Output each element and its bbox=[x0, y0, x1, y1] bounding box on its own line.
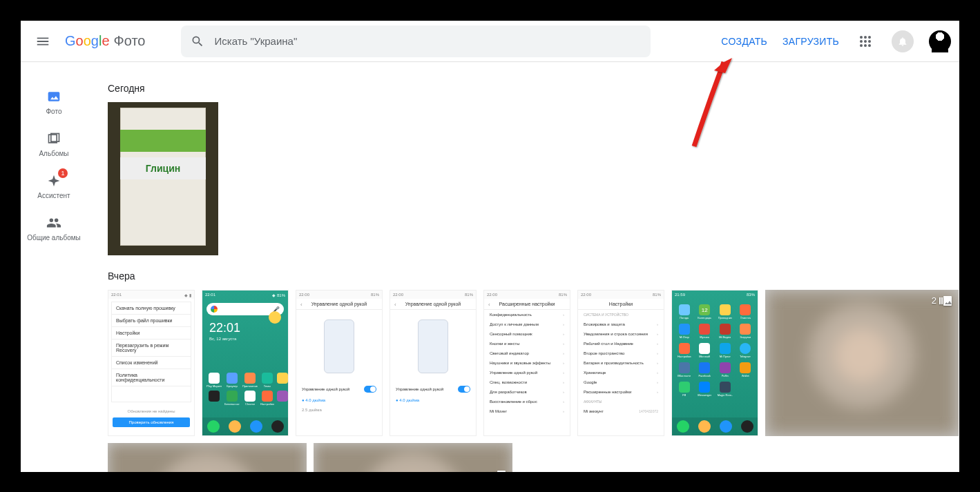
radio-option: ● 4.0 дюйма bbox=[296, 395, 382, 405]
create-button[interactable]: СОЗДАТЬ bbox=[721, 36, 767, 47]
status-time: 21:59 bbox=[675, 293, 685, 297]
screen-title: Управление одной рукой bbox=[405, 302, 461, 306]
logo[interactable]: Google Фото bbox=[65, 33, 145, 49]
app-label: Безопасность bbox=[224, 402, 240, 406]
status-time: 22:00 bbox=[487, 293, 497, 297]
list-item: Список изменений bbox=[112, 357, 191, 369]
toggle-switch-icon bbox=[364, 386, 376, 393]
toggle-label: Управление одной рукой bbox=[302, 387, 349, 391]
sidebar-item-label: Общие альбомы bbox=[27, 234, 81, 242]
list-item: Восстановление и сброс bbox=[490, 400, 537, 404]
svg-point-5 bbox=[868, 40, 871, 43]
svg-point-3 bbox=[860, 40, 863, 43]
search-icon bbox=[191, 35, 204, 48]
app-label: ВКонтакте bbox=[678, 374, 691, 377]
notifications-button[interactable] bbox=[892, 30, 914, 52]
app-label: Музыка bbox=[700, 335, 709, 339]
app-label: Facebook bbox=[698, 374, 711, 377]
search-input[interactable] bbox=[214, 35, 641, 47]
radio-option: ● 4.0 дюйма bbox=[390, 395, 476, 405]
list-item: Политика конфиденциальности bbox=[112, 369, 191, 386]
google-apps-button[interactable] bbox=[854, 30, 876, 52]
check-updates-btn: Проверить обновления bbox=[113, 417, 190, 427]
camera-icon bbox=[271, 420, 284, 433]
photo-thumb[interactable]: Глицин bbox=[108, 102, 218, 255]
app-label: Messenger bbox=[698, 393, 711, 397]
group-header: АККАУНТЫ bbox=[578, 397, 664, 406]
green-stripe bbox=[120, 130, 206, 152]
screen-title: Расширенные настройки bbox=[499, 302, 555, 306]
hamburger-icon bbox=[35, 34, 50, 49]
app-label: Magic Rem... bbox=[718, 393, 733, 397]
photo-thumb-burst[interactable]: 2 bbox=[314, 443, 512, 472]
photo-thumb[interactable]: 22:0081% Настройки СИСТЕМА И УСТРОЙСТВО … bbox=[577, 290, 664, 436]
photos-icon bbox=[46, 88, 62, 105]
blurred-person bbox=[765, 290, 959, 436]
list-item: Для разработчиков bbox=[490, 390, 527, 394]
assistant-icon bbox=[46, 173, 62, 189]
sidebar-item-albums[interactable]: Альбомы bbox=[26, 130, 81, 157]
google-g-icon bbox=[211, 306, 218, 313]
header: Google Фото СОЗДАТЬ ЗАГРУЗИТЬ bbox=[21, 21, 959, 62]
sidebar-item-assistant[interactable]: Ассистент bbox=[26, 173, 81, 199]
burst-count-badge: 2 bbox=[932, 295, 952, 306]
svg-rect-13 bbox=[941, 297, 943, 304]
bell-icon bbox=[897, 36, 908, 47]
photo-thumb-burst[interactable]: 2 bbox=[765, 290, 959, 436]
upload-button[interactable]: ЗАГРУЗИТЬ bbox=[782, 36, 839, 47]
list-item: Настройки bbox=[112, 327, 191, 340]
list-item: Mi Mover bbox=[490, 409, 507, 413]
app-label: Chrome bbox=[245, 402, 255, 406]
list-item: Наушники и звуковые эффекты bbox=[490, 361, 550, 365]
photo-thumb[interactable]: 22:01◆ 81% 🎤 22:01 Вс, 12 августа Play М… bbox=[202, 290, 289, 436]
phone-icon bbox=[207, 420, 220, 433]
photo-thumb[interactable]: 22:01◆ ▮ Скачать полную прошивку Выбрать… bbox=[108, 290, 195, 436]
app-label: Wallet bbox=[742, 374, 749, 377]
app-label: Загрузки bbox=[740, 335, 751, 339]
search-bar[interactable] bbox=[181, 26, 651, 57]
toggle-label: Управление одной рукой bbox=[396, 387, 443, 391]
list-item: Батарея и производительность bbox=[584, 361, 644, 365]
photo-thumb[interactable]: 22:0081% ‹Расширенные настройки Конфиден… bbox=[483, 290, 570, 436]
section-yesterday: Вчера 22:01◆ ▮ Скачать полную прошивку В… bbox=[87, 270, 959, 472]
photo-thumb[interactable] bbox=[108, 443, 307, 472]
list-item: Уведомления и строка состояния bbox=[584, 332, 648, 336]
phone-icon bbox=[677, 420, 689, 433]
photo-thumb[interactable]: 22:0081% ‹Управление одной рукой Управле… bbox=[390, 290, 477, 436]
svg-rect-16 bbox=[495, 472, 497, 473]
sidebar-item-photos[interactable]: Фото bbox=[26, 88, 81, 115]
account-avatar[interactable] bbox=[929, 30, 951, 52]
list-item: Хранилище bbox=[584, 371, 606, 375]
app-label: Темы bbox=[264, 384, 271, 388]
list-item: Скачать полную прошивку bbox=[112, 302, 191, 315]
app-label: Очистка bbox=[740, 316, 751, 319]
section-title: Сегодня bbox=[108, 83, 959, 94]
photo-thumb[interactable]: 22:0081% ‹Управление одной рукой Управле… bbox=[296, 290, 383, 436]
sidebar-item-shared[interactable]: Общие альбомы bbox=[26, 215, 81, 242]
sms-icon bbox=[698, 420, 711, 433]
app-name: Фото bbox=[114, 33, 146, 49]
app-label: Приложения bbox=[242, 384, 258, 388]
phone-illustration bbox=[324, 319, 354, 373]
svg-point-0 bbox=[860, 36, 863, 39]
sidebar-item-label: Ассистент bbox=[37, 192, 70, 199]
clock: 22:01 bbox=[209, 321, 281, 335]
list-item: Выбрать файл прошивки bbox=[112, 315, 191, 327]
app-label: Mi Пульт bbox=[720, 355, 731, 358]
screen-title: Настройки bbox=[609, 302, 633, 306]
apps-grid-icon bbox=[859, 35, 872, 48]
app-label: Настройки bbox=[260, 402, 274, 406]
svg-point-4 bbox=[864, 40, 867, 43]
acct-id: 1470432072 bbox=[639, 409, 658, 413]
blurred-person bbox=[314, 443, 512, 472]
menu-button[interactable] bbox=[29, 28, 57, 55]
app-label: Mi Drop bbox=[680, 335, 689, 339]
list-item: Рабочий стол и Недавние bbox=[584, 342, 633, 346]
svg-rect-12 bbox=[939, 297, 941, 304]
back-icon: ‹ bbox=[488, 302, 490, 308]
photo-thumb[interactable]: 21:5983% Погода 12Календарь Проводник Оч… bbox=[671, 290, 758, 436]
albums-icon bbox=[46, 130, 62, 147]
date: Вс, 12 августа bbox=[209, 337, 281, 341]
status-time: 22:01 bbox=[111, 293, 122, 297]
list-item: Кнопки и жесты bbox=[490, 342, 519, 346]
